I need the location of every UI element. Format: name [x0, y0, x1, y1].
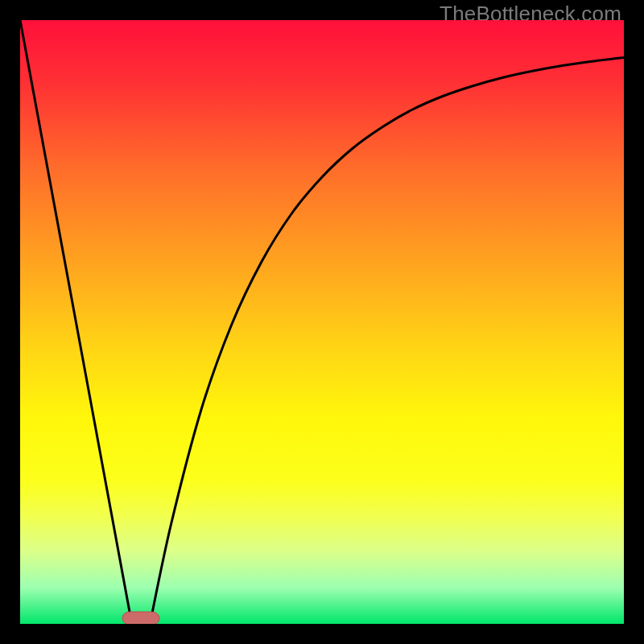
bottleneck-chart [20, 20, 624, 624]
chart-frame [20, 20, 624, 624]
minimum-marker [122, 612, 159, 624]
gradient-background [20, 20, 624, 624]
